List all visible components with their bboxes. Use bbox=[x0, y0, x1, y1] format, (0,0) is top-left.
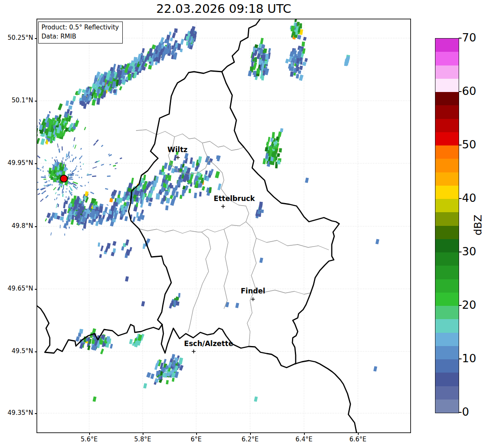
echo-cell bbox=[174, 185, 178, 191]
colorbar-tick-label: 70 bbox=[462, 31, 476, 44]
radar-figure: 22.03.2026 09:18 UTC WiltzEttelbruckFind… bbox=[0, 0, 491, 448]
y-tick-label: 50.25°N bbox=[0, 34, 33, 41]
echo-cell bbox=[113, 248, 116, 253]
clutter-echo bbox=[113, 165, 116, 167]
clutter-echo bbox=[62, 146, 63, 150]
colorbar-segment-50-52.5dbz bbox=[435, 132, 459, 145]
clutter-speckle bbox=[67, 156, 68, 157]
echo-cell bbox=[72, 215, 74, 220]
echo-cell bbox=[79, 329, 83, 334]
echo-cell bbox=[178, 293, 180, 298]
echo-cell bbox=[175, 191, 179, 198]
y-tick-label: 49.35°N bbox=[0, 409, 33, 417]
colorbar-segment-62.5-65dbz bbox=[435, 65, 459, 79]
clutter-speckle bbox=[63, 157, 63, 158]
clutter-echo bbox=[57, 143, 58, 148]
echo-cell bbox=[297, 22, 300, 26]
echo-cell bbox=[163, 359, 167, 364]
clutter-echo bbox=[67, 178, 73, 180]
echo-cell bbox=[215, 171, 220, 179]
echo-cell bbox=[125, 239, 129, 245]
clutter-echo bbox=[78, 171, 79, 172]
echo-cell bbox=[269, 146, 272, 150]
echo-cell bbox=[143, 174, 146, 180]
echo-cell bbox=[129, 247, 132, 252]
echo-cell bbox=[259, 201, 263, 208]
clutter-speckle bbox=[44, 185, 45, 186]
echo-cell bbox=[60, 216, 64, 221]
clutter-speckle bbox=[79, 158, 80, 159]
echo-cell bbox=[166, 39, 169, 43]
echo-cell bbox=[258, 59, 262, 65]
clutter-echo bbox=[73, 186, 78, 189]
clutter-speckle bbox=[79, 177, 80, 178]
clutter-speckle bbox=[75, 167, 76, 169]
colorbar-segment-42.5-45dbz bbox=[435, 172, 459, 186]
y-tick-label: 49.8°N bbox=[0, 222, 33, 230]
colorbar-tick-label: 40 bbox=[462, 191, 476, 204]
clutter-echo bbox=[95, 161, 97, 163]
clutter-speckle bbox=[71, 194, 72, 196]
echo-cell bbox=[248, 70, 252, 76]
map-area: WiltzEttelbruckFindelEsch/Alzette bbox=[36, 19, 411, 433]
clutter-echo bbox=[87, 174, 92, 176]
echo-cell bbox=[100, 245, 104, 251]
echo-cell bbox=[166, 198, 170, 203]
echo-cell bbox=[47, 114, 50, 118]
echo-cell bbox=[165, 206, 169, 211]
echo-cell bbox=[277, 153, 280, 157]
echo-cell bbox=[124, 216, 128, 221]
clutter-speckle bbox=[49, 180, 49, 182]
echo-cell bbox=[63, 209, 67, 214]
echo-cell bbox=[170, 199, 175, 206]
clutter-echo bbox=[62, 194, 63, 197]
echo-cell bbox=[373, 366, 377, 371]
colorbar-segment-7.5-10dbz bbox=[435, 359, 459, 373]
colorbar-segment-60-62.5dbz bbox=[435, 79, 459, 92]
clutter-echo bbox=[84, 127, 86, 130]
echo-cell bbox=[69, 111, 73, 115]
y-tick-mark bbox=[35, 38, 36, 39]
echo-cell bbox=[46, 213, 51, 218]
clutter-echo bbox=[68, 151, 70, 156]
clutter-speckle bbox=[67, 199, 68, 200]
echo-cell bbox=[235, 303, 239, 308]
clutter-speckle bbox=[81, 177, 82, 178]
clutter-speckle bbox=[67, 158, 68, 159]
radar-map-canvas: WiltzEttelbruckFindelEsch/Alzette bbox=[36, 19, 411, 433]
echo-cell bbox=[256, 68, 260, 74]
echo-cell bbox=[92, 396, 96, 402]
colorbar-tick-mark bbox=[459, 145, 462, 145]
echo-cell bbox=[251, 62, 254, 67]
canton-border bbox=[256, 238, 329, 250]
colorbar-tick-label: 20 bbox=[462, 298, 476, 311]
echo-cell bbox=[82, 217, 85, 222]
echo-cell bbox=[305, 177, 309, 183]
echo-cell bbox=[174, 28, 178, 33]
echo-cell bbox=[151, 373, 155, 379]
canton-border bbox=[188, 232, 211, 332]
clutter-echo bbox=[64, 233, 65, 235]
clutter-speckle bbox=[49, 174, 50, 175]
colorbar-segment-10-12.5dbz bbox=[435, 346, 459, 359]
echo-cell bbox=[167, 48, 170, 53]
echo-cell bbox=[277, 160, 280, 165]
x-tick-mark bbox=[250, 433, 251, 435]
echo-cell bbox=[155, 61, 158, 65]
echo-cell bbox=[264, 61, 268, 64]
clutter-echo bbox=[44, 159, 47, 162]
echo-cell bbox=[182, 190, 185, 196]
clutter-speckle bbox=[77, 187, 78, 188]
echo-cell bbox=[375, 239, 379, 244]
echo-cell bbox=[88, 220, 92, 223]
echo-cell bbox=[160, 187, 165, 192]
echo-cell bbox=[155, 378, 158, 383]
echo-cell bbox=[141, 210, 144, 214]
echo-cell bbox=[278, 131, 282, 137]
echo-cell bbox=[298, 70, 301, 74]
echo-cell bbox=[66, 220, 68, 225]
echo-cell bbox=[180, 39, 184, 45]
echo-cell bbox=[40, 138, 45, 145]
clutter-echo bbox=[93, 143, 96, 146]
echo-cell bbox=[260, 49, 263, 54]
